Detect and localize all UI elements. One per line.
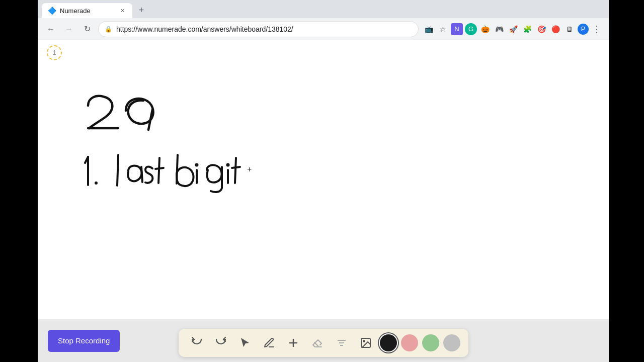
bottom-bar: Stop Recording [38,319,609,362]
stop-recording-button[interactable]: Stop Recording [48,330,120,352]
text-icon [336,337,348,349]
ext-8[interactable]: 🔴 [549,23,561,35]
ext-bookmark-icon[interactable]: ☆ [437,23,449,35]
extensions-area: 📺 ☆ N G 🎃 🎮 🚀 🧩 🎯 🔴 🖥 P ⋮ [423,23,603,35]
plus-icon [287,337,299,349]
black-bar-left [0,0,38,362]
tab-close-button[interactable]: ✕ [118,7,126,15]
black-bar-right [609,0,644,362]
browser-window: 🔷 Numerade ✕ + ← → ↻ 🔒 https://www.numer… [38,0,609,362]
pen-button[interactable] [259,333,279,353]
ext-9[interactable]: 🖥 [564,23,576,35]
select-button[interactable] [235,333,255,353]
color-green[interactable] [422,334,439,351]
color-gray[interactable] [443,334,460,351]
undo-button[interactable] [187,333,207,353]
plus-button[interactable] [283,333,303,353]
select-icon [239,337,251,349]
color-pink[interactable] [401,334,418,351]
redo-icon [215,337,227,349]
image-icon [360,337,372,349]
profile-icon[interactable]: P [578,24,589,35]
redo-button[interactable] [211,333,231,353]
eraser-icon [311,337,324,349]
nav-bar: ← → ↻ 🔒 https://www.numerade.com/answers… [38,18,609,40]
new-tab-button[interactable]: + [134,3,148,17]
tab-title: Numerade [60,7,114,15]
ext-1[interactable]: N [451,23,463,35]
lock-icon: 🔒 [105,26,112,33]
svg-point-1 [195,163,199,167]
back-button[interactable]: ← [44,22,58,36]
ext-6[interactable]: 🧩 [521,23,533,35]
text-button[interactable] [332,333,352,353]
svg-point-2 [226,163,230,167]
ext-2[interactable]: G [465,23,477,35]
whiteboard-svg [38,40,609,319]
ext-cast-icon[interactable]: 📺 [423,23,435,35]
tab-bar: 🔷 Numerade ✕ + [38,0,609,18]
toolbar-container [179,329,468,357]
forward-button[interactable]: → [62,22,76,36]
active-tab[interactable]: 🔷 Numerade ✕ [42,3,132,18]
address-bar[interactable]: 🔒 https://www.numerade.com/answers/white… [98,21,419,37]
menu-icon[interactable]: ⋮ [591,23,603,35]
refresh-button[interactable]: ↻ [80,22,94,36]
whiteboard-area[interactable]: 1 [38,40,609,319]
pen-icon [263,337,275,349]
ext-3[interactable]: 🎃 [479,23,491,35]
eraser-button[interactable] [307,333,328,353]
url-text: https://www.numerade.com/answers/whitebo… [116,25,412,33]
undo-icon [191,337,203,349]
svg-point-6 [363,340,365,342]
svg-point-0 [95,182,98,185]
color-black[interactable] [380,334,397,351]
ext-5[interactable]: 🚀 [507,23,519,35]
tab-favicon: 🔷 [48,7,56,15]
image-button[interactable] [356,333,376,353]
ext-4[interactable]: 🎮 [493,23,505,35]
ext-7[interactable]: 🎯 [535,23,547,35]
